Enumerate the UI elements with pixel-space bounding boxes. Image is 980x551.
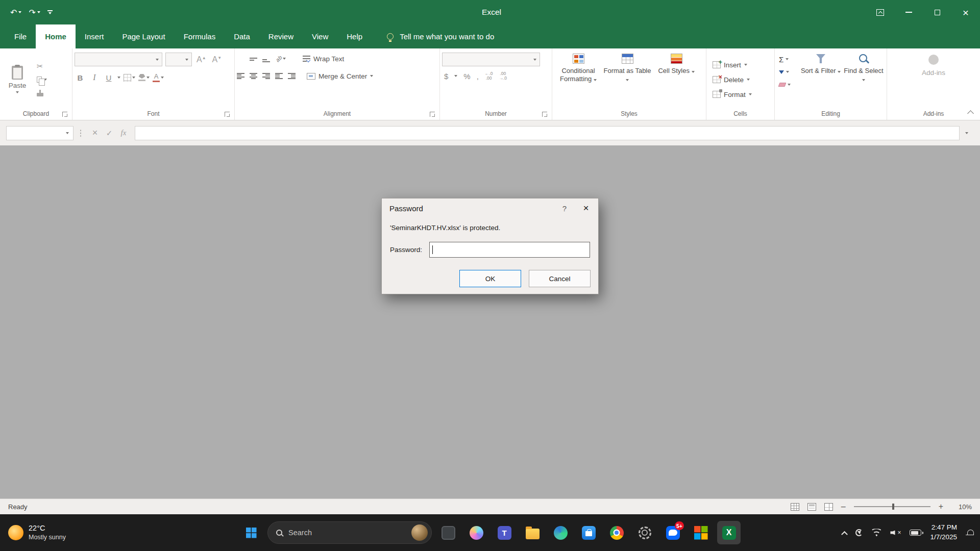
dialog-help-button[interactable]: ? xyxy=(555,204,574,213)
wrap-text-button[interactable]: Wrap Text xyxy=(301,53,346,65)
taskbar-clock[interactable]: 2:47 PM 1/7/2025 xyxy=(930,523,957,542)
conditional-formatting-button[interactable]: Conditional Formatting xyxy=(554,53,602,84)
percent-style-button[interactable]: % xyxy=(463,72,470,81)
drag-handle-icon[interactable] xyxy=(80,129,82,137)
accounting-format-button[interactable]: $ xyxy=(444,72,448,81)
alignment-dialog-launcher[interactable] xyxy=(430,112,435,117)
taskbar-teams-button[interactable] xyxy=(493,521,516,544)
fill-button[interactable] xyxy=(777,67,798,77)
underline-button[interactable]: U xyxy=(103,71,114,84)
wifi-icon[interactable] xyxy=(871,529,881,537)
font-color-button[interactable]: A xyxy=(153,71,164,84)
zoom-slider[interactable] xyxy=(854,506,930,507)
align-right-button[interactable] xyxy=(262,73,270,80)
hidden-icons-chevron[interactable] xyxy=(842,531,848,537)
sort-filter-button[interactable]: Sort & Filter xyxy=(800,53,841,108)
align-center-button[interactable] xyxy=(250,73,257,80)
tab-view[interactable]: View xyxy=(303,24,337,48)
align-left-button[interactable] xyxy=(237,73,244,80)
cancel-entry-button[interactable] xyxy=(88,126,102,140)
cell-styles-button[interactable]: Cell Styles xyxy=(652,53,700,75)
number-dialog-launcher[interactable] xyxy=(542,112,547,117)
zoom-level[interactable]: 10% xyxy=(951,503,972,511)
find-select-button[interactable]: Find & Select xyxy=(843,53,884,108)
start-button[interactable] xyxy=(239,521,263,544)
insert-cells-button[interactable]: Insert xyxy=(708,59,772,71)
clear-button[interactable] xyxy=(777,80,798,89)
volume-muted-icon[interactable] xyxy=(890,529,901,537)
taskbar-dark-app-button[interactable] xyxy=(436,521,460,544)
weather-widget[interactable]: 22°C Mostly sunny xyxy=(8,514,66,551)
align-middle-button[interactable] xyxy=(250,56,257,62)
tab-help[interactable]: Help xyxy=(337,24,372,48)
taskbar-excel-button[interactable] xyxy=(717,521,741,544)
decrease-font-size-button[interactable]: A▼ xyxy=(211,55,224,64)
taskbar-zalo-button[interactable]: 5+ xyxy=(661,521,684,544)
clipboard-dialog-launcher[interactable] xyxy=(62,112,67,117)
increase-font-size-button[interactable]: A▲ xyxy=(195,55,208,64)
tab-page-layout[interactable]: Page Layout xyxy=(113,24,174,48)
taskbar-microsoft-apps-button[interactable] xyxy=(689,521,713,544)
page-break-view-button[interactable] xyxy=(824,503,833,511)
taskbar-edge-button[interactable] xyxy=(549,521,572,544)
chevron-down-icon[interactable] xyxy=(117,77,120,79)
maximize-button[interactable] xyxy=(923,0,951,24)
formula-input[interactable] xyxy=(135,126,960,140)
font-size-combobox[interactable] xyxy=(165,53,192,66)
tab-review[interactable]: Review xyxy=(259,24,303,48)
italic-button[interactable]: I xyxy=(89,71,100,84)
taskbar-search-box[interactable]: Search xyxy=(267,521,432,544)
password-input[interactable] xyxy=(429,242,590,258)
align-top-button[interactable] xyxy=(237,56,244,62)
redo-button[interactable]: ↷ xyxy=(27,6,42,19)
sync-icon[interactable] xyxy=(855,529,863,536)
fill-color-button[interactable] xyxy=(138,71,150,84)
bold-button[interactable]: B xyxy=(75,71,86,84)
page-layout-view-button[interactable] xyxy=(807,503,816,511)
borders-button[interactable] xyxy=(124,71,135,84)
paste-button[interactable]: Paste xyxy=(2,52,33,108)
customize-quick-access-button[interactable] xyxy=(45,9,55,16)
tab-home[interactable]: Home xyxy=(36,24,76,48)
battery-icon[interactable] xyxy=(910,530,921,536)
undo-button[interactable]: ↶ xyxy=(8,6,23,19)
format-cells-button[interactable]: Format xyxy=(708,88,772,101)
font-name-combobox[interactable] xyxy=(75,53,162,66)
tell-me-box[interactable]: Tell me what you want to do xyxy=(387,24,494,48)
tab-formulas[interactable]: Formulas xyxy=(175,24,225,48)
name-box[interactable] xyxy=(6,126,74,140)
decrease-decimal-button[interactable] xyxy=(499,71,507,81)
number-format-combobox[interactable] xyxy=(442,53,540,66)
merge-center-button[interactable]: Merge & Center xyxy=(305,70,375,82)
taskbar-chrome-button[interactable] xyxy=(605,521,628,544)
addins-button[interactable]: Add-ins xyxy=(922,55,945,108)
insert-function-button[interactable]: fx xyxy=(116,126,131,140)
font-dialog-launcher[interactable] xyxy=(225,112,230,117)
ribbon-display-options-button[interactable] xyxy=(866,0,894,24)
increase-indent-button[interactable] xyxy=(288,73,296,80)
copy-button[interactable] xyxy=(37,75,47,84)
cancel-button[interactable]: Cancel xyxy=(529,270,591,287)
notification-bell-icon[interactable] xyxy=(966,529,974,537)
tab-file[interactable]: File xyxy=(5,24,36,48)
zoom-in-button[interactable]: + xyxy=(939,503,943,511)
chevron-down-icon[interactable] xyxy=(454,75,457,77)
format-as-table-button[interactable]: Format as Table xyxy=(603,53,651,84)
normal-view-button[interactable] xyxy=(791,503,799,511)
autosum-button[interactable]: Σ xyxy=(777,55,798,64)
enter-entry-button[interactable] xyxy=(102,126,116,140)
zoom-slider-thumb[interactable] xyxy=(892,504,894,510)
orientation-button[interactable]: ab xyxy=(275,53,286,65)
align-bottom-button[interactable] xyxy=(262,56,270,62)
dialog-close-button[interactable]: × xyxy=(574,198,598,218)
minimize-button[interactable] xyxy=(894,0,923,24)
format-painter-button[interactable] xyxy=(37,88,47,97)
tab-data[interactable]: Data xyxy=(225,24,259,48)
zoom-out-button[interactable]: – xyxy=(841,503,846,511)
decrease-indent-button[interactable] xyxy=(275,73,283,80)
taskbar-copilot-button[interactable] xyxy=(464,521,488,544)
ok-button[interactable]: OK xyxy=(459,270,521,287)
cut-button[interactable]: ✂ xyxy=(37,62,47,71)
tab-insert[interactable]: Insert xyxy=(76,24,113,48)
taskbar-file-explorer-button[interactable] xyxy=(521,521,544,544)
